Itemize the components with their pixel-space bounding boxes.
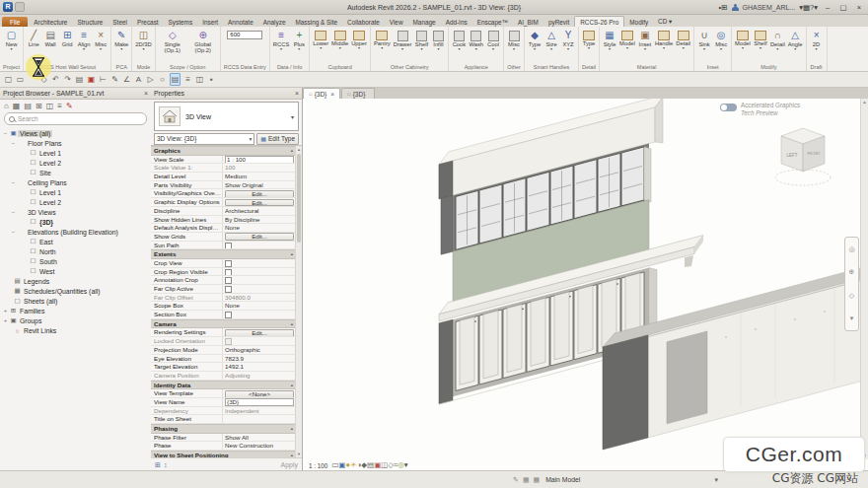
status-icon[interactable]: ▦ bbox=[523, 476, 530, 484]
property-row[interactable]: Rendering Settings Edit... bbox=[151, 328, 296, 337]
browser-toolbar-icon[interactable]: ▦ bbox=[13, 102, 21, 110]
browser-toolbar-icon[interactable]: ⌂ bbox=[4, 102, 9, 110]
checkbox[interactable] bbox=[225, 260, 232, 267]
ribbon-button[interactable]: ▦ Style ▾ bbox=[602, 28, 617, 51]
browser-tree-item[interactable]: − Ceiling Plans bbox=[0, 177, 151, 187]
ribbon-button[interactable]: + Plus ▾ bbox=[291, 28, 307, 51]
qat-icon[interactable]: ○ bbox=[158, 74, 167, 85]
ribbon-button[interactable]: Middle ▾ bbox=[330, 28, 349, 50]
ribbon-tab[interactable]: Massing & Site bbox=[290, 17, 342, 27]
ribbon-tab[interactable]: AI_BIM bbox=[513, 17, 543, 27]
view-tab[interactable]: ⌂ {3D} × bbox=[303, 88, 340, 99]
ribbon-button[interactable]: ⊕ Global (Op.2) bbox=[188, 28, 218, 58]
ribbon-tab[interactable]: Annotate bbox=[223, 17, 258, 27]
tree-expander-icon[interactable]: − bbox=[10, 179, 17, 185]
property-row[interactable]: Target Elevation 1492.1 bbox=[151, 363, 296, 372]
navbar-icon[interactable]: ⊕ bbox=[849, 268, 855, 276]
instance-selector[interactable]: 3D View: {3D} ▾ bbox=[154, 133, 254, 145]
property-row[interactable]: Far Clip Active bbox=[151, 285, 296, 294]
ribbon-button[interactable]: × Misc ▾ bbox=[93, 28, 108, 51]
ribbon-button[interactable]: Drawer ▾ bbox=[393, 28, 413, 51]
property-row[interactable]: Locked Orientation bbox=[151, 337, 296, 346]
property-value[interactable]: 1492.1 bbox=[222, 363, 296, 371]
view-tab[interactable]: ⌂ {3D} bbox=[341, 88, 375, 99]
signed-in-user[interactable]: GHASEM_ARL... bbox=[743, 4, 796, 11]
ribbon-button[interactable]: ∩ Detail ▾ bbox=[769, 28, 786, 51]
ribbon-tab[interactable]: Enscape™ bbox=[472, 17, 513, 27]
ribbon-button[interactable]: Y XYZ ▾ bbox=[560, 28, 576, 51]
drawing-area[interactable]: ⌂ {3D} × ⌂ {3D} bbox=[302, 87, 868, 471]
browser-tree-item[interactable]: ☐ Level 1 bbox=[0, 148, 151, 158]
property-row[interactable]: Sun Path bbox=[151, 242, 296, 250]
browser-tree-item[interactable]: ☐ West bbox=[0, 266, 151, 276]
qat-icon[interactable]: ◫ bbox=[195, 74, 204, 85]
ribbon-button[interactable]: Upper ▾ bbox=[350, 28, 368, 50]
property-value[interactable]: Edit... bbox=[222, 198, 296, 206]
property-row[interactable]: Show Grids Edit... bbox=[151, 233, 296, 242]
browser-tree-item[interactable]: ▢ Sheets (all) bbox=[0, 296, 151, 306]
property-row[interactable]: Camera bbox=[151, 319, 296, 329]
ribbon-button[interactable]: ≡ RCCS ▾ bbox=[272, 28, 290, 51]
property-row[interactable]: Visibility/Graphics Overri... Edit... bbox=[151, 189, 296, 198]
property-row[interactable]: Parts Visibility Show Original bbox=[151, 181, 296, 190]
property-value[interactable]: New Construction bbox=[222, 442, 296, 450]
property-row[interactable]: Camera Position Adjusting bbox=[151, 372, 296, 381]
qat-icon[interactable]: ≡ bbox=[183, 74, 192, 85]
property-row[interactable]: View to Sheet Positioning bbox=[151, 451, 296, 457]
property-value[interactable]: Architectural bbox=[222, 207, 296, 215]
ribbon-button[interactable]: Shelf ▾ bbox=[753, 28, 768, 50]
property-row[interactable]: Eye Elevation 7823.9 bbox=[151, 355, 296, 364]
close-icon[interactable]: × bbox=[330, 91, 334, 98]
close-icon[interactable]: × bbox=[144, 90, 148, 97]
restore-button[interactable]: ▢ bbox=[837, 3, 849, 12]
property-row[interactable]: Graphic Display Options Edit... bbox=[151, 198, 296, 207]
ribbon-button[interactable]: ◎ Misc ▾ bbox=[713, 28, 729, 51]
tree-expander-icon[interactable]: − bbox=[10, 140, 17, 146]
revit-app-icon[interactable]: R bbox=[3, 2, 13, 12]
minimize-button[interactable]: – bbox=[822, 3, 833, 12]
ribbon-tab[interactable]: pyRevit bbox=[543, 17, 574, 27]
ribbon-tab[interactable]: Steel bbox=[108, 17, 132, 27]
ribbon-tab[interactable]: Analyze bbox=[258, 17, 291, 27]
ribbon-button[interactable]: ∪ Sink ▾ bbox=[696, 28, 712, 51]
property-value[interactable] bbox=[222, 268, 296, 276]
qat-icon[interactable]: ▷ bbox=[146, 74, 155, 85]
ribbon-button[interactable]: Lower ▾ bbox=[312, 28, 329, 50]
close-button[interactable]: × bbox=[853, 3, 865, 12]
ribbon-button[interactable]: ╱ Line bbox=[26, 28, 41, 51]
tree-expander-icon[interactable]: − bbox=[2, 130, 9, 136]
property-value[interactable] bbox=[222, 259, 296, 267]
property-value[interactable]: Medium bbox=[222, 173, 296, 180]
titlebar-icon[interactable]: ⊞ bbox=[721, 3, 727, 12]
browser-tree-item[interactable]: ☐ East bbox=[0, 237, 151, 246]
ribbon-button[interactable]: Cool ▾ bbox=[485, 28, 501, 51]
search-input[interactable]: Search bbox=[4, 112, 147, 125]
ribbon-button[interactable]: △ Angle ▾ bbox=[787, 28, 804, 51]
property-value[interactable]: Independent bbox=[222, 407, 296, 415]
qat-icon[interactable]: ⊢ bbox=[99, 74, 108, 85]
checkbox[interactable] bbox=[225, 286, 232, 293]
ribbon-tab[interactable]: RCCS-26 Pro bbox=[574, 16, 624, 27]
app-secondary-icon[interactable] bbox=[15, 2, 25, 12]
ribbon-tab[interactable]: CD ▾ bbox=[653, 16, 677, 27]
property-row[interactable]: Scale Value 1: 100 bbox=[151, 164, 296, 173]
tree-expander-icon[interactable]: + bbox=[2, 317, 9, 323]
titlebar-icon[interactable]: ▾ bbox=[814, 3, 818, 12]
browser-tree-item[interactable]: + ⊞ Families bbox=[0, 306, 151, 315]
property-row[interactable]: Detail Level Medium bbox=[151, 173, 296, 181]
view-scale-control[interactable]: 1 : 100 bbox=[309, 462, 327, 469]
view-control-icon[interactable]: ☀ bbox=[350, 460, 357, 469]
navigation-bar[interactable]: ◎⊕◇▾ bbox=[844, 237, 859, 331]
navbar-icon[interactable]: ◇ bbox=[849, 292, 854, 300]
view-cube[interactable]: LEFT FRONT bbox=[775, 128, 831, 185]
ribbon-button[interactable]: Cook ▾ bbox=[451, 28, 467, 51]
property-value[interactable]: {3D} bbox=[222, 398, 296, 406]
property-row[interactable]: Title on Sheet bbox=[151, 415, 296, 424]
properties-helper-icon[interactable]: ↕ bbox=[164, 461, 168, 469]
ribbon-button[interactable]: ◆ Type ▾ bbox=[527, 28, 542, 51]
property-value[interactable]: By Discipline bbox=[222, 216, 296, 224]
property-row[interactable]: Extents bbox=[151, 249, 296, 259]
checkbox[interactable] bbox=[225, 269, 232, 276]
properties-scrollbar[interactable]: ▲ ▼ bbox=[295, 146, 302, 457]
property-row[interactable]: Phasing bbox=[151, 424, 296, 434]
